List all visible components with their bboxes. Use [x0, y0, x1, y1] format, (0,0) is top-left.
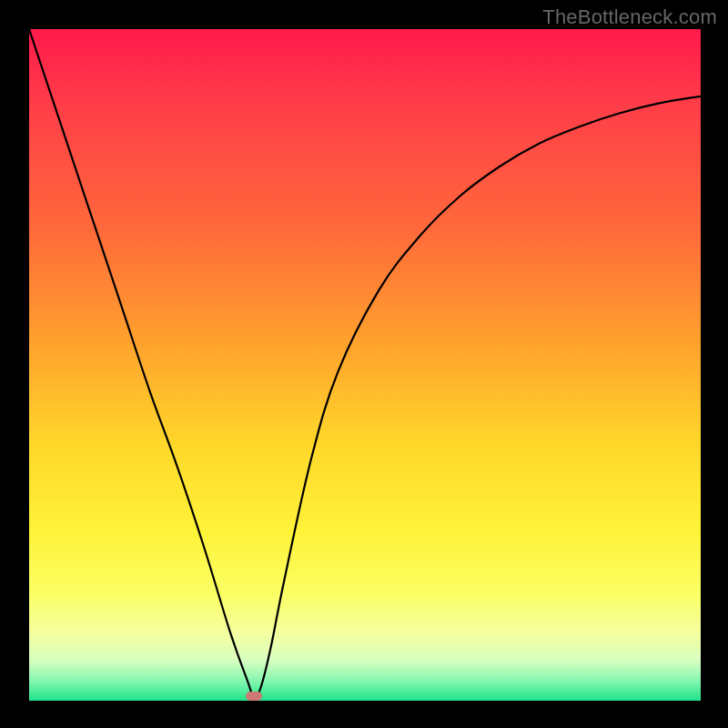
chart-frame	[29, 29, 701, 701]
optimal-point-marker	[246, 692, 262, 701]
watermark-text: TheBottleneck.com	[542, 5, 717, 29]
bottleneck-chart	[29, 29, 701, 701]
chart-background	[29, 29, 701, 701]
